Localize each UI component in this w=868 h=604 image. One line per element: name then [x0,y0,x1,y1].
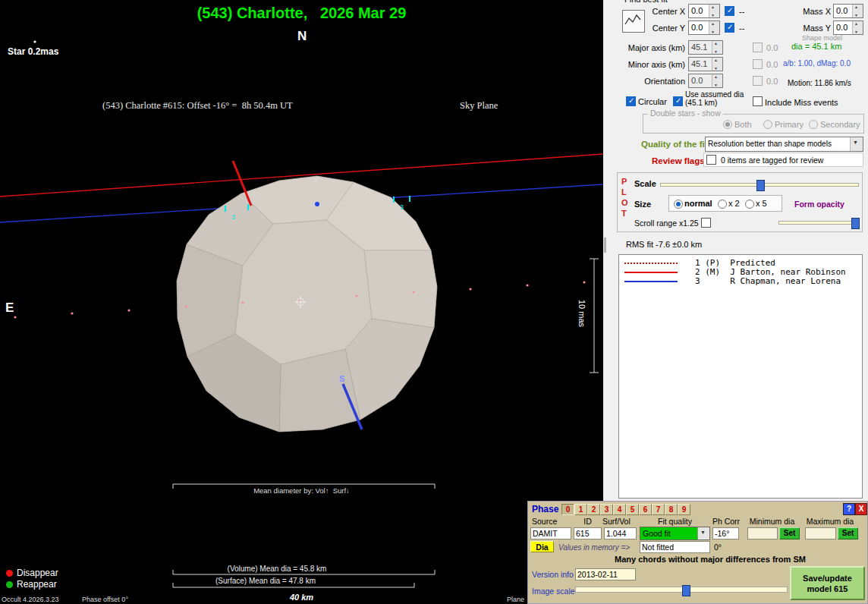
motion-readout: Motion: 11.86 km/s [788,79,851,87]
use-assumed-checkbox[interactable] [673,96,683,106]
fit-quality-dropdown[interactable]: Good fit [640,527,710,540]
phase-button-3[interactable]: 3 [600,504,613,515]
observer-row-barton[interactable]: 2 (M) J Barton, near Robinson [619,267,862,276]
double-stars-group: Double stars - show Both Primary Seconda… [643,114,864,134]
mass-x-spin-arrows-icon[interactable] [852,5,863,17]
scroll-range-checkbox[interactable] [701,218,711,228]
disappear-dot-icon [6,570,13,577]
double-stars-both-radio[interactable] [723,120,732,129]
phase-button-7[interactable]: 7 [652,504,665,515]
image-scale-slider-track[interactable] [575,587,788,593]
minor-axis-spin-arrows-icon[interactable] [712,58,722,71]
scale-slider-thumb[interactable] [756,180,765,191]
circular-checkbox[interactable] [626,96,636,106]
center-y-checkbox[interactable] [725,23,734,33]
minor-axis-spinner[interactable]: 45.1 [688,57,723,71]
fit-quality-dropdown-arrow-icon[interactable] [697,527,709,540]
include-miss-checkbox[interactable] [753,96,763,106]
not-fitted-field[interactable]: Not fitted [640,541,710,553]
double-stars-title: Double stars - show [648,109,723,118]
surface-mean-label: (Surface) Mean dia = 47.8 km [0,577,531,585]
size-options-box: normal x 2 x 5 [668,195,782,212]
orientation-spinner[interactable]: 0.0 [688,74,723,88]
major-axis-value: 45.1 [691,42,707,52]
id-field[interactable]: 615 [574,527,602,540]
surfvol-field[interactable]: 1.044 [604,527,637,540]
phase-panel: Phase 0 1 2 3 4 5 6 7 8 9 ? X Source ID … [527,501,868,604]
splitter-grip[interactable] [604,238,606,253]
chord-3-midpoint-dot [315,202,319,206]
max-dia-set-button[interactable]: Set [838,527,858,540]
find-best-fit-button[interactable] [622,10,645,33]
size-normal-radio[interactable] [674,200,683,209]
major-axis-aux: 0.0 [766,43,778,52]
size-label: Size [634,200,651,209]
source-field[interactable]: DAMIT [530,527,571,540]
orientation-checkbox[interactable] [753,76,763,86]
center-x-checkbox[interactable] [725,6,734,16]
observer-row-chapman[interactable]: 3 R Chapman, near Lorena [619,276,862,285]
double-stars-primary-radio[interactable] [763,120,772,129]
app-version-label: Occult 4.2026.3.23 [2,596,59,603]
observer-list[interactable]: 1 (P) Predicted 2 (M) J Barton, near Rob… [618,254,863,499]
close-button[interactable]: X [855,503,867,515]
phase-button-2[interactable]: 2 [587,504,600,515]
size-x5-radio[interactable] [745,200,754,209]
volume-mean-label: (Volume) Mean dia = 45.8 km [0,565,554,573]
mass-x-spinner[interactable]: 0.0 [833,4,863,18]
quality-of-fit-value: Resolution better than shape models [708,140,832,148]
dia-button[interactable]: Dia [530,541,554,552]
major-axis-spinner[interactable]: 45.1 [688,40,723,55]
id-header: ID [574,517,602,526]
event-info-label: (543) Charlotte #615: Offset -16° = 8h 5… [102,100,293,112]
phase-button-9[interactable]: 9 [678,504,690,515]
max-dia-header: Maximum dia [800,517,860,526]
mass-y-spinner[interactable]: 0.0 [833,20,863,35]
size-x2-radio[interactable] [718,200,727,209]
phase-button-5[interactable]: 5 [626,504,639,515]
review-flags-text: 0 items are tagged for review [721,156,823,165]
phase-button-4[interactable]: 4 [613,504,626,515]
phase-button-8[interactable]: 8 [665,504,678,515]
max-dia-field[interactable] [805,527,836,540]
center-y-spin-arrows-icon[interactable] [709,21,719,34]
review-flags-checkbox[interactable] [706,155,716,165]
star-size-label: Star 0.2mas [8,46,58,57]
save-update-model-button[interactable]: Save/update model 615 [790,566,865,600]
circular-label: Circular [638,97,667,106]
chord-3-number-left: 3 [231,213,235,221]
plot-letter-l: L [621,187,627,197]
phase-button-0[interactable]: 0 [561,504,574,515]
rms-fit-readout: RMS fit -7.6 ±0.0 km [626,240,702,249]
sky-plane-label: Sky Plane [460,100,498,112]
center-y-spinner[interactable]: 0.0 [688,20,720,35]
form-opacity-slider-thumb[interactable] [851,218,860,229]
major-axis-checkbox[interactable] [753,42,763,52]
phase-button-6[interactable]: 6 [639,504,652,515]
minor-axis-checkbox[interactable] [753,59,763,69]
fit-message: Many chords without major differences fr… [558,555,862,564]
fit-graph-icon [623,11,643,30]
scale-label: Scale [634,179,656,188]
phase-title: Phase [532,504,558,514]
center-x-spin-arrows-icon[interactable] [709,5,719,17]
observer-row-predicted[interactable]: 1 (P) Predicted [619,258,862,267]
ph-corr-field[interactable]: -16° [712,527,739,540]
min-dia-field[interactable] [747,527,778,540]
quality-of-fit-dropdown[interactable]: Resolution better than shape models [705,137,863,152]
help-button[interactable]: ? [843,503,855,515]
mass-y-spin-arrows-icon[interactable] [852,21,863,34]
form-opacity-slider-track[interactable] [778,221,857,225]
double-stars-secondary-radio[interactable] [809,120,818,129]
version-info-field[interactable]: 2013-02-11 [575,568,636,580]
center-x-dash: -- [739,7,744,16]
phase-button-1[interactable]: 1 [574,504,587,515]
scale-slider-track[interactable] [660,183,859,187]
major-axis-spin-arrows-icon[interactable] [712,41,722,54]
image-scale-slider-thumb[interactable] [682,585,690,596]
minor-axis-aux: 0.0 [766,60,778,69]
min-dia-set-button[interactable]: Set [779,527,800,540]
center-x-spinner[interactable]: 0.0 [688,4,720,18]
orientation-spin-arrows-icon[interactable] [712,74,722,87]
quality-dropdown-arrow-icon[interactable] [850,137,863,151]
